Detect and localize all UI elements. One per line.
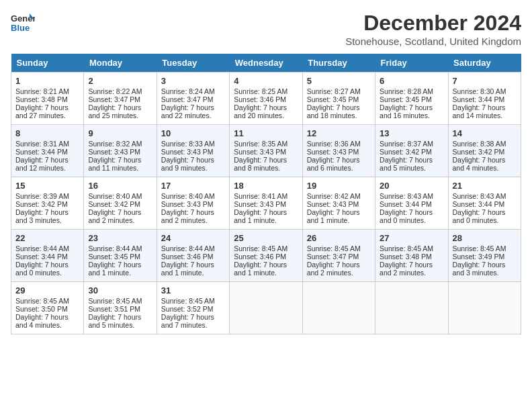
sunrise-text: Sunrise: 8:45 AM [380,244,433,253]
sunrise-text: Sunrise: 8:45 AM [88,297,142,305]
daylight-text: Daylight: 7 hours and 1 minute. [161,261,214,277]
day-number: 3 [161,76,225,86]
sunrise-text: Sunrise: 8:30 AM [453,87,506,95]
daylight-text: Daylight: 7 hours and 11 minutes. [88,156,141,172]
calendar-cell: 13Sunrise: 8:37 AMSunset: 3:42 PMDayligh… [375,125,448,177]
daylight-text: Daylight: 7 hours and 0 minutes. [453,208,506,224]
svg-text:General: General [11,13,35,24]
day-number: 9 [88,128,152,138]
week-row-3: 15Sunrise: 8:39 AMSunset: 3:42 PMDayligh… [11,177,521,230]
daylight-text: Daylight: 7 hours and 2 minutes. [88,208,141,224]
header-wednesday: Wednesday [230,54,302,73]
sunset-text: Sunset: 3:51 PM [88,305,140,313]
sunset-text: Sunset: 3:42 PM [453,148,505,156]
sunset-text: Sunset: 3:43 PM [307,200,359,208]
calendar-cell: 20Sunrise: 8:43 AMSunset: 3:44 PMDayligh… [375,177,448,230]
calendar-cell [375,282,448,334]
title-block: December 2024 Stonehouse, Scotland, Unit… [345,11,521,47]
calendar-cell: 4Sunrise: 8:25 AMSunset: 3:46 PMDaylight… [230,73,302,125]
sunrise-text: Sunrise: 8:24 AM [161,87,215,95]
daylight-text: Daylight: 7 hours and 5 minutes. [380,156,433,172]
day-number: 1 [15,76,79,86]
sunset-text: Sunset: 3:50 PM [15,305,68,313]
daylight-text: Daylight: 7 hours and 5 minutes. [88,313,141,329]
sunset-text: Sunset: 3:47 PM [161,95,214,103]
sunrise-text: Sunrise: 8:37 AM [380,140,433,148]
sunset-text: Sunset: 3:42 PM [380,148,432,156]
calendar-cell: 19Sunrise: 8:42 AMSunset: 3:43 PMDayligh… [302,177,375,230]
sunset-text: Sunset: 3:43 PM [88,148,140,156]
daylight-text: Daylight: 7 hours and 3 minutes. [15,208,69,224]
daylight-text: Daylight: 7 hours and 1 minute. [234,261,287,277]
sunrise-text: Sunrise: 8:45 AM [307,244,361,253]
sunset-text: Sunset: 3:49 PM [453,253,505,261]
sunrise-text: Sunrise: 8:44 AM [15,244,69,253]
day-number: 5 [307,76,371,86]
day-number: 15 [15,181,79,191]
day-number: 22 [15,233,79,243]
daylight-text: Daylight: 7 hours and 0 minutes. [15,261,69,277]
daylight-text: Daylight: 7 hours and 2 minutes. [307,261,360,277]
sunrise-text: Sunrise: 8:43 AM [453,192,506,200]
sunrise-text: Sunrise: 8:44 AM [161,244,215,253]
sunrise-text: Sunrise: 8:39 AM [15,192,69,200]
day-number: 27 [380,233,443,243]
sunrise-text: Sunrise: 8:36 AM [307,140,361,148]
sunset-text: Sunset: 3:46 PM [234,95,286,103]
sunrise-text: Sunrise: 8:45 AM [161,297,215,305]
week-row-5: 29Sunrise: 8:45 AMSunset: 3:50 PMDayligh… [11,282,521,334]
calendar-cell: 30Sunrise: 8:45 AMSunset: 3:51 PMDayligh… [84,282,157,334]
sunset-text: Sunset: 3:43 PM [307,148,359,156]
sunrise-text: Sunrise: 8:45 AM [15,297,69,305]
daylight-text: Daylight: 7 hours and 14 minutes. [453,103,506,120]
calendar-cell: 18Sunrise: 8:41 AMSunset: 3:43 PMDayligh… [230,177,302,230]
sunset-text: Sunset: 3:44 PM [15,253,68,261]
logo-icon: General Blue [11,11,35,35]
sunset-text: Sunset: 3:45 PM [88,253,140,261]
calendar-cell: 29Sunrise: 8:45 AMSunset: 3:50 PMDayligh… [11,282,84,334]
header-sunday: Sunday [11,54,84,73]
daylight-text: Daylight: 7 hours and 7 minutes. [161,313,214,329]
daylight-text: Daylight: 7 hours and 1 minute. [234,208,287,224]
calendar-cell: 5Sunrise: 8:27 AMSunset: 3:45 PMDaylight… [302,73,375,125]
calendar-cell: 9Sunrise: 8:32 AMSunset: 3:43 PMDaylight… [84,125,157,177]
calendar-cell: 23Sunrise: 8:44 AMSunset: 3:45 PMDayligh… [84,230,157,282]
day-number: 29 [15,285,79,295]
calendar-cell: 25Sunrise: 8:45 AMSunset: 3:46 PMDayligh… [230,230,302,282]
calendar-cell: 6Sunrise: 8:28 AMSunset: 3:45 PMDaylight… [375,73,448,125]
sunrise-text: Sunrise: 8:45 AM [453,244,506,253]
sunrise-text: Sunrise: 8:28 AM [380,87,433,95]
sunrise-text: Sunrise: 8:38 AM [453,140,506,148]
day-number: 30 [88,285,152,295]
day-number: 31 [161,285,225,295]
sunrise-text: Sunrise: 8:42 AM [307,192,361,200]
month-title: December 2024 [345,11,521,36]
header-monday: Monday [84,54,157,73]
sunrise-text: Sunrise: 8:33 AM [161,140,215,148]
calendar-cell [302,282,375,334]
daylight-text: Daylight: 7 hours and 1 minute. [88,261,141,277]
daylight-text: Daylight: 7 hours and 27 minutes. [15,103,69,120]
daylight-text: Daylight: 7 hours and 20 minutes. [234,103,287,120]
sunrise-text: Sunrise: 8:40 AM [161,192,215,200]
sunset-text: Sunset: 3:45 PM [380,95,432,103]
calendar-table: SundayMondayTuesdayWednesdayThursdayFrid… [11,54,521,334]
daylight-text: Daylight: 7 hours and 2 minutes. [380,261,433,277]
daylight-text: Daylight: 7 hours and 0 minutes. [380,208,433,224]
daylight-text: Daylight: 7 hours and 25 minutes. [88,103,141,120]
day-number: 23 [88,233,152,243]
calendar-cell: 17Sunrise: 8:40 AMSunset: 3:43 PMDayligh… [157,177,229,230]
sunset-text: Sunset: 3:48 PM [15,95,68,103]
sunset-text: Sunset: 3:43 PM [234,200,286,208]
calendar-cell: 16Sunrise: 8:40 AMSunset: 3:42 PMDayligh… [84,177,157,230]
calendar-cell: 2Sunrise: 8:22 AMSunset: 3:47 PMDaylight… [84,73,157,125]
daylight-text: Daylight: 7 hours and 4 minutes. [15,313,69,329]
day-number: 11 [234,128,298,138]
day-number: 7 [453,76,517,86]
svg-text:Blue: Blue [11,23,30,33]
daylight-text: Daylight: 7 hours and 9 minutes. [161,156,214,172]
week-row-2: 8Sunrise: 8:31 AMSunset: 3:44 PMDaylight… [11,125,521,177]
sunset-text: Sunset: 3:44 PM [380,200,432,208]
calendar-cell: 10Sunrise: 8:33 AMSunset: 3:43 PMDayligh… [157,125,229,177]
sunset-text: Sunset: 3:44 PM [453,200,505,208]
